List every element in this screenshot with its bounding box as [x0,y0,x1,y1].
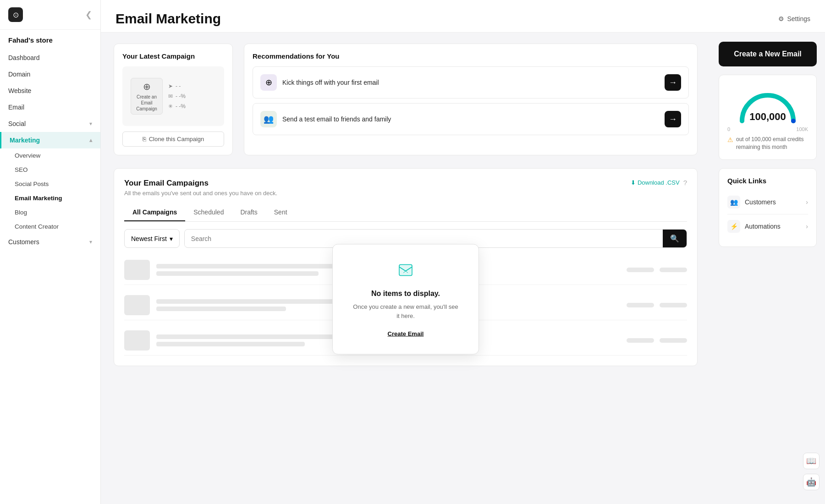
page-title: Email Marketing [116,11,221,27]
rec-arrow-button-0[interactable]: → [665,74,681,91]
sidebar-item-domain[interactable]: Domain [0,66,100,82]
sidebar-subitem-email-marketing[interactable]: Email Marketing [0,191,100,205]
recommendations-card: Recommendations for You ⊕ Kick things of… [244,44,698,155]
send-icon: ➤ [168,83,173,89]
rec-text-0: Kick things off with your first email [282,79,379,86]
campaign-preview: ⊕ Create anEmailCampaign ➤ - - ✉ [122,66,224,126]
empty-modal-description: Once you create a new email, you'll see … [353,302,458,320]
recommendations-title: Recommendations for You [253,52,689,60]
bottom-icons: 📖 🤖 [803,453,820,490]
sidebar-item-marketing[interactable]: Marketing ▴ [0,132,100,148]
ec-subtitle: All the emails you've sent out and ones … [124,190,687,197]
download-icon: ⬇ [631,179,636,186]
empty-icon [353,261,458,283]
customers-icon: 👥 [727,196,740,208]
sidebar-item-customers[interactable]: Customers ▾ [0,234,100,250]
chevron-right-icon-automations: › [806,223,808,230]
stat-line-click: ✳ - -% [168,103,216,110]
chevron-down-icon: ▾ [89,121,92,127]
gauge-labels: 0 100K [727,126,808,132]
ec-header: Your Email Campaigns ⬇ Download .CSV ? [124,179,687,188]
ghost-thumbnail [124,330,150,351]
settings-button[interactable]: ⚙ Settings [778,15,810,22]
help-icon[interactable]: ? [683,179,687,186]
tabs-row: All Campaigns Scheduled Drafts Sent [124,204,687,222]
clone-campaign-button[interactable]: ⎘ Clone this Campaign [122,131,224,147]
credits-warning: ⚠ out of 100,000 email credits remaining… [727,136,808,151]
rec-icon-1: 👥 [260,111,277,127]
sort-select[interactable]: Newest First ▾ [124,229,180,248]
campaign-icon-box: ⊕ Create anEmailCampaign [131,78,163,115]
tab-drafts[interactable]: Drafts [232,204,265,221]
download-csv-link[interactable]: ⬇ Download .CSV [631,179,680,186]
empty-modal-title: No items to display. [353,290,458,298]
chevron-right-icon-customers: › [806,198,808,206]
rec-item-0[interactable]: ⊕ Kick things off with your first email … [253,66,689,99]
center-content: Your Latest Campaign ⊕ Create anEmailCam… [101,33,710,504]
latest-campaign-title: Your Latest Campaign [122,52,224,60]
top-row: Your Latest Campaign ⊕ Create anEmailCam… [114,44,698,155]
right-panel: Create a New Email 100,000 0 [710,33,825,504]
svg-point-1 [791,119,796,123]
help-chat-button[interactable]: 🤖 [803,474,820,490]
quick-link-customers[interactable]: 👥 Customers › [727,190,808,214]
sidebar-item-website[interactable]: Website [0,82,100,99]
quick-links-title: Quick Links [727,177,808,185]
sidebar-item-dashboard[interactable]: Dashboard [0,49,100,66]
tab-scheduled[interactable]: Scheduled [185,204,232,221]
sidebar-subitem-blog[interactable]: Blog [0,205,100,219]
sidebar-item-email[interactable]: Email [0,99,100,115]
search-button[interactable]: 🔍 [663,230,687,247]
sidebar-subitem-content-creator[interactable]: Content Creator [0,219,100,234]
automations-icon: ⚡ [727,220,740,233]
create-new-email-button[interactable]: Create a New Email [719,42,817,66]
sidebar-nav: Dashboard Domain Website Email Social ▾ … [0,47,100,504]
stat-line-open: ✉ - -% [168,93,216,99]
sidebar-subitem-overview[interactable]: Overview [0,148,100,163]
warning-icon: ⚠ [727,136,733,145]
gear-icon: ⚙ [778,15,784,22]
store-name: Fahad's store [0,30,100,47]
main-area: Email Marketing ⚙ Settings Your Latest C… [101,0,825,504]
sidebar-collapse-button[interactable]: ❮ [85,10,92,20]
rec-text-1: Send a test email to friends and family [282,115,391,123]
email-icon: ✉ [168,93,173,99]
book-icon-button[interactable]: 📖 [803,453,820,469]
credits-value: 100,000 [749,111,786,123]
ghost-thumbnail [124,295,150,315]
rec-icon-0: ⊕ [260,74,277,91]
copy-icon: ⎘ [143,136,146,142]
chevron-down-icon-customers: ▾ [89,239,92,245]
rec-arrow-button-1[interactable]: → [665,111,681,127]
empty-state-modal: No items to display. Once you create a n… [332,244,479,355]
plus-circle-icon: ⊕ [143,81,151,92]
credits-card: 100,000 0 100K ⚠ out of 100,000 email cr… [719,75,817,160]
main-content: Your Latest Campaign ⊕ Create anEmailCam… [101,33,825,504]
app-logo: ⊙ [8,7,23,22]
svg-rect-0 [399,265,412,276]
chevron-up-icon: ▴ [89,137,92,143]
rec-item-1[interactable]: 👥 Send a test email to friends and famil… [253,103,689,135]
ec-actions: ⬇ Download .CSV ? [631,179,687,186]
latest-campaign-card: Your Latest Campaign ⊕ Create anEmailCam… [114,44,233,155]
sidebar-subitem-seo[interactable]: SEO [0,163,100,177]
sidebar: ⊙ ❮ Fahad's store Dashboard Domain Websi… [0,0,101,504]
search-icon: 🔍 [670,235,679,242]
create-email-link-button[interactable]: Create Email [388,330,424,337]
gauge-container: 100,000 [727,87,808,124]
sidebar-item-social[interactable]: Social ▾ [0,115,100,132]
ghost-rows: No items to display. Once you create a n… [124,255,687,356]
ec-title: Your Email Campaigns [124,179,209,188]
tab-sent[interactable]: Sent [266,204,296,221]
sidebar-subitem-social-posts[interactable]: Social Posts [0,177,100,191]
campaign-stats: ➤ - - ✉ - -% ✳ - -% [168,78,216,115]
sidebar-header: ⊙ ❮ [0,0,100,30]
ghost-thumbnail [124,260,150,280]
click-icon: ✳ [168,103,173,110]
quick-link-automations[interactable]: ⚡ Automations › [727,214,808,238]
main-header: Email Marketing ⚙ Settings [101,0,825,33]
email-campaigns-section: Your Email Campaigns ⬇ Download .CSV ? A… [114,168,698,366]
tab-all-campaigns[interactable]: All Campaigns [124,204,185,221]
chevron-down-icon-sort: ▾ [170,235,173,242]
stat-line-sent: ➤ - - [168,83,216,89]
